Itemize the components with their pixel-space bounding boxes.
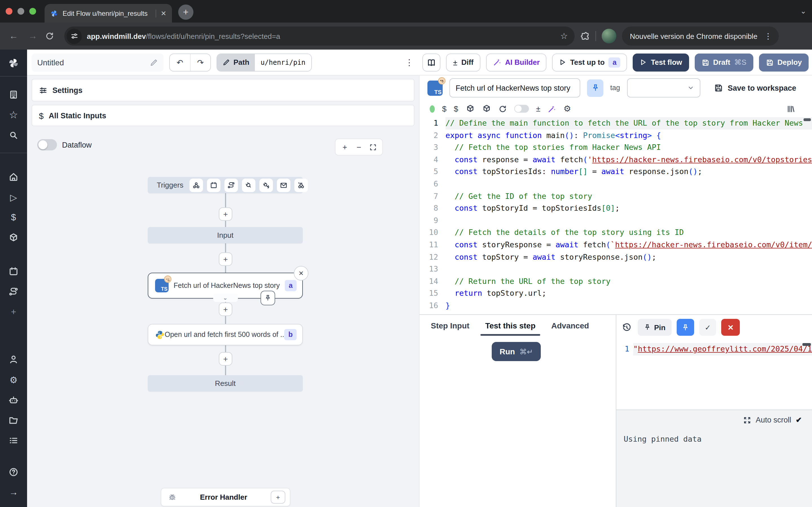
tab-close-icon[interactable]: ✕ xyxy=(161,9,166,17)
close-window-button[interactable] xyxy=(6,8,12,15)
kafka-trigger-icon[interactable] xyxy=(259,178,273,192)
remove-step-button[interactable]: ✕ xyxy=(294,266,308,281)
draft-button[interactable]: Draft ⌘S xyxy=(695,53,753,71)
confirm-pin-button[interactable]: ✓ xyxy=(699,319,716,336)
step-node-a[interactable]: TS Fetch url of HackerNews top story a ✕… xyxy=(148,273,303,298)
zoom-in-button[interactable]: + xyxy=(338,143,352,152)
package-icon[interactable] xyxy=(482,104,491,113)
triggers-node[interactable]: Triggers xyxy=(148,177,303,193)
diff-button[interactable]: ± Diff xyxy=(446,53,480,71)
add-step-button[interactable]: + xyxy=(219,252,232,266)
flow-name-input[interactable] xyxy=(37,58,139,67)
new-tab-button[interactable]: + xyxy=(178,4,193,20)
step-node-b[interactable]: Open url and fetch first 500 words of ..… xyxy=(148,324,303,345)
sidebar-item-help[interactable] xyxy=(0,462,27,482)
browser-tab[interactable]: Edit Flow u/henri/pin_results ✕ xyxy=(45,4,172,22)
tab-step-input[interactable]: Step Input xyxy=(431,315,469,336)
add-step-button[interactable]: + xyxy=(219,207,232,221)
sidebar-item-routes[interactable] xyxy=(0,282,27,302)
result-node[interactable]: Result xyxy=(148,375,303,392)
flow-settings-row[interactable]: Settings xyxy=(32,79,414,101)
pin-toggle-button[interactable] xyxy=(587,79,603,97)
flow-graph-canvas[interactable]: Dataflow + − Triggers xyxy=(27,129,419,507)
sidebar-item-search[interactable] xyxy=(0,125,27,145)
chrome-update-button[interactable]: Nouvelle version de Chrome disponible ⋮ xyxy=(622,26,779,46)
pinned-data-editor[interactable]: 1 "https://www.geoffreylitt.com/2025/04/… xyxy=(620,340,812,372)
flow-name-field[interactable] xyxy=(32,53,163,71)
toolbar-kebab-icon[interactable]: ⋮ xyxy=(402,57,417,67)
site-settings-icon[interactable] xyxy=(66,29,82,44)
websocket-trigger-icon[interactable] xyxy=(242,178,255,192)
deploy-button[interactable]: Deploy xyxy=(759,53,809,71)
sidebar-item-logs[interactable] xyxy=(0,431,27,451)
tag-select[interactable] xyxy=(627,78,701,98)
test-up-to-button[interactable]: Test up to a xyxy=(552,53,627,71)
sidebar-item-create[interactable]: + xyxy=(0,302,27,322)
dataflow-toggle[interactable] xyxy=(37,139,57,151)
undo-button[interactable]: ↶ xyxy=(170,54,190,71)
sidebar-item-folders[interactable] xyxy=(0,410,27,431)
resources-icon[interactable]: $ xyxy=(454,104,458,113)
sidebar-item-resources[interactable] xyxy=(0,228,27,248)
remove-pin-button[interactable]: ✕ xyxy=(721,319,740,336)
pinned-active-button[interactable] xyxy=(677,319,694,336)
library-icon[interactable] xyxy=(786,105,795,113)
package-icon[interactable] xyxy=(465,104,474,113)
poll-trigger-icon[interactable] xyxy=(294,178,308,192)
add-step-button[interactable]: + xyxy=(219,302,232,316)
code-editor[interactable]: 1234567891011121314151617 // Define the … xyxy=(419,117,812,314)
chrome-menu-icon[interactable]: ⋮ xyxy=(762,32,774,41)
forward-icon[interactable]: → xyxy=(26,31,40,41)
sidebar-item-favorites[interactable]: ☆ xyxy=(0,105,27,125)
pin-button[interactable]: Pin xyxy=(638,319,672,336)
back-icon[interactable]: ← xyxy=(7,31,20,41)
error-handler-node[interactable]: Error Handler + xyxy=(161,488,290,506)
sidebar-item-runs[interactable]: ▷ xyxy=(0,187,27,207)
auto-scroll-control[interactable]: Auto scroll ✔ xyxy=(616,416,802,424)
run-button[interactable]: Run ⌘↵ xyxy=(492,342,541,361)
tab-test-this-step[interactable]: Test this step xyxy=(485,315,536,336)
add-step-button[interactable]: + xyxy=(219,352,232,365)
editor-toggle[interactable] xyxy=(514,105,529,113)
schedule-trigger-icon[interactable] xyxy=(207,178,220,192)
email-trigger-icon[interactable] xyxy=(277,178,290,192)
pin-step-button[interactable] xyxy=(260,291,275,305)
sidebar-item-variables[interactable]: $ xyxy=(0,207,27,228)
test-flow-button[interactable]: Test flow xyxy=(633,53,689,71)
expand-step-chevron-icon[interactable]: ⌄ xyxy=(213,293,238,302)
reload-icon[interactable] xyxy=(45,32,59,41)
url-bar[interactable]: app.windmill.dev/flows/edit/u/henri/pin_… xyxy=(64,26,574,46)
sidebar-item-settings[interactable]: ⚙ xyxy=(0,370,27,390)
add-error-handler-button[interactable]: + xyxy=(271,491,285,504)
reload-icon[interactable] xyxy=(498,105,507,113)
editor-scrollbar[interactable] xyxy=(802,343,811,346)
extensions-icon[interactable] xyxy=(580,31,590,41)
step-title-input[interactable] xyxy=(449,78,580,98)
save-to-workspace-button[interactable]: Save to workspace xyxy=(714,83,796,93)
path-chip[interactable]: Path u/henri/pin xyxy=(216,53,312,71)
variables-icon[interactable]: $ xyxy=(442,104,447,113)
code-content[interactable]: // Define the main function to fetch the… xyxy=(446,117,812,314)
docs-book-button[interactable] xyxy=(423,53,441,71)
sidebar-collapse-icon[interactable]: → xyxy=(0,482,27,503)
ai-builder-button[interactable]: AI Builder xyxy=(486,53,547,71)
sidebar-item-schedules[interactable] xyxy=(0,262,27,282)
input-node[interactable]: Input xyxy=(148,227,303,243)
maximize-window-button[interactable] xyxy=(29,8,36,15)
tab-advanced[interactable]: Advanced xyxy=(551,315,589,336)
fit-view-button[interactable] xyxy=(366,144,380,151)
pinned-data-value[interactable]: "https://www.geoffreylitt.com/2025/04/12… xyxy=(633,343,812,372)
profile-avatar[interactable] xyxy=(602,29,616,43)
tab-search-chevron-icon[interactable]: ⌄ xyxy=(800,7,806,15)
minimize-window-button[interactable] xyxy=(17,8,24,15)
sidebar-item-workers[interactable] xyxy=(0,390,27,410)
diff-icon[interactable]: ± xyxy=(536,104,540,113)
bookmark-star-icon[interactable]: ☆ xyxy=(560,31,568,41)
sidebar-item-users[interactable] xyxy=(0,349,27,370)
sidebar-item-home[interactable] xyxy=(0,167,27,187)
webhook-trigger-icon[interactable] xyxy=(190,178,203,192)
zoom-out-button[interactable]: − xyxy=(352,143,366,152)
ai-wand-icon[interactable] xyxy=(548,105,556,113)
all-static-inputs-row[interactable]: $ All Static Inputs xyxy=(32,105,414,126)
http-route-trigger-icon[interactable] xyxy=(224,178,238,192)
